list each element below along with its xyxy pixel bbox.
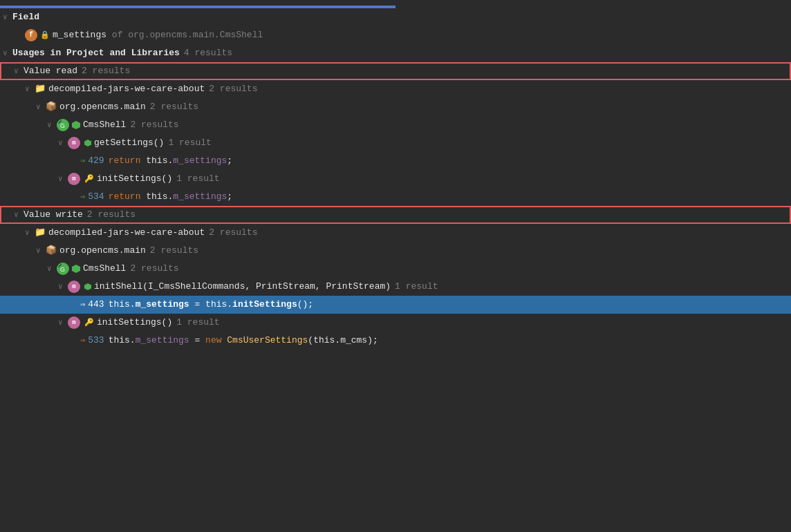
class-read-name: CmsShell [83, 117, 126, 133]
usages-count: 4 results [184, 46, 232, 61]
method-getSettings-name: getSettings() [94, 135, 164, 151]
field-chevron[interactable] [3, 10, 12, 25]
package-write-name: org.opencms.main [59, 243, 146, 258]
value-read-row[interactable]: Value read 2 results [0, 62, 791, 80]
value-write-row[interactable]: Value write 2 results [0, 206, 791, 224]
method-initSettings-write-count: 1 result [176, 315, 219, 330]
field-label: Field [12, 10, 39, 25]
value-write-count: 2 results [87, 207, 136, 222]
arrow-write-533: ⇒ [80, 333, 85, 348]
value-read-label: Value read [24, 64, 77, 79]
method-m-icon-getSettings: m [68, 137, 80, 149]
package-row-read[interactable]: 📦 org.opencms.main 2 results [0, 98, 791, 116]
folder-icon-read: 📁 [35, 82, 46, 97]
class-g-icon-write: G [57, 263, 69, 275]
code-443: this.m_settings = this.initSettings(); [109, 297, 313, 312]
package-write-chevron[interactable] [36, 243, 46, 258]
folder-write-chevron[interactable] [25, 225, 35, 240]
folder-write-count: 2 results [209, 225, 257, 240]
usages-chevron[interactable] [3, 46, 12, 61]
method-m-icon-initShell: m [68, 281, 80, 293]
method-initShell-name: initShell(I_CmsShellCommands, PrintStrea… [94, 279, 391, 294]
field-f-icon: f [25, 29, 37, 41]
svg-marker-3 [84, 140, 91, 146]
svg-marker-6 [72, 265, 80, 273]
method-m-icon-initSettings-read: m [68, 173, 80, 185]
method-shield-initShell [84, 283, 91, 290]
line-num-534: 534 [88, 189, 104, 205]
package-read-chevron[interactable] [36, 99, 46, 115]
folder-row-read[interactable]: 📁 decompiled-jars-we-care-about 2 result… [0, 80, 791, 98]
package-row-write[interactable]: 📦 org.opencms.main 2 results [0, 242, 791, 260]
class-row-read[interactable]: G CmsShell 2 results [0, 116, 791, 134]
class-write-name: CmsShell [83, 261, 126, 276]
folder-row-write[interactable]: 📁 decompiled-jars-we-care-about 2 result… [0, 224, 791, 242]
method-getSettings-chevron[interactable] [58, 135, 68, 151]
class-g-icon-read: G [57, 119, 69, 131]
folder-read-chevron[interactable] [25, 82, 35, 97]
method-m-icon-initSettings-write: m [68, 316, 80, 329]
svg-text:G: G [60, 266, 65, 273]
package-read-name: org.opencms.main [59, 99, 146, 115]
svg-marker-2 [72, 121, 80, 129]
folder-icon-write: 📁 [35, 225, 46, 240]
method-shield-getSettings [84, 140, 91, 146]
method-key-initSettings-write: 🔑 [84, 315, 94, 330]
class-shield-read [72, 121, 80, 129]
folder-read-count: 2 results [209, 82, 257, 97]
package-icon-write: 📦 [46, 243, 57, 258]
method-initSettings-read-count: 1 result [176, 171, 219, 187]
tree-container: Field f 🔒 m_settings of org.opencms.main… [0, 0, 791, 355]
field-name: m_settings [53, 28, 106, 43]
value-write-chevron[interactable] [14, 207, 24, 222]
usages-section-header[interactable]: Usages in Project and Libraries 4 result… [0, 44, 791, 62]
code-429: return this.m_settings; [109, 153, 232, 169]
class-shield-write [72, 265, 80, 273]
class-row-write[interactable]: G CmsShell 2 results [0, 260, 791, 278]
code-534: return this.m_settings; [109, 189, 232, 205]
arrow-read-534: ⇒ [80, 189, 85, 205]
arrow-read-429: ⇒ [80, 153, 85, 169]
value-read-chevron[interactable] [14, 64, 24, 79]
package-read-count: 2 results [150, 99, 198, 115]
line-num-533: 533 [88, 333, 104, 348]
method-initSettings-read-name: initSettings() [97, 171, 172, 187]
class-read-count: 2 results [130, 117, 178, 133]
method-initSettings-write-row[interactable]: m 🔑 initSettings() 1 result [0, 314, 791, 332]
method-initSettings-read-row[interactable]: m 🔑 initSettings() 1 result [0, 170, 791, 188]
method-initShell-row[interactable]: m initShell(I_CmsShellCommands, PrintStr… [0, 278, 791, 296]
arrow-write-443: ⇒ [80, 297, 85, 312]
method-initSettings-read-chevron[interactable] [58, 171, 68, 187]
package-write-count: 2 results [150, 243, 198, 258]
method-getSettings-row[interactable]: m getSettings() 1 result [0, 134, 791, 152]
field-section-header[interactable]: Field [0, 8, 791, 26]
line-429-row[interactable]: ⇒ 429 return this.m_settings; [0, 152, 791, 170]
svg-text:G: G [60, 122, 65, 129]
lock-icon: 🔒 [40, 28, 50, 43]
line-443-row[interactable]: ⇒ 443 this.m_settings = this.initSetting… [0, 296, 791, 314]
code-533: this.m_settings = new CmsUserSettings(th… [109, 333, 378, 348]
line-num-429: 429 [88, 153, 104, 169]
folder-write-name: decompiled-jars-we-care-about [48, 225, 205, 240]
package-icon-read: 📦 [46, 99, 57, 115]
class-write-count: 2 results [130, 261, 178, 276]
line-534-row[interactable]: ⇒ 534 return this.m_settings; [0, 188, 791, 206]
field-item-row[interactable]: f 🔒 m_settings of org.opencms.main.CmsSh… [0, 26, 791, 44]
method-key-initSettings-read: 🔑 [84, 171, 94, 187]
folder-read-name: decompiled-jars-we-care-about [48, 82, 205, 97]
field-qualifier: of org.opencms.main.CmsShell [106, 28, 263, 43]
usages-label: Usages in Project and Libraries [12, 46, 180, 61]
line-num-443: 443 [88, 297, 104, 312]
class-write-chevron[interactable] [47, 261, 57, 276]
method-initSettings-write-name: initSettings() [97, 315, 172, 330]
method-initSettings-write-chevron[interactable] [58, 315, 68, 330]
svg-marker-7 [84, 283, 91, 290]
method-initShell-count: 1 result [395, 279, 438, 294]
value-write-label: Value write [24, 207, 83, 222]
class-read-chevron[interactable] [47, 117, 57, 133]
method-initShell-chevron[interactable] [58, 279, 68, 294]
method-getSettings-count: 1 result [168, 135, 211, 151]
line-533-row[interactable]: ⇒ 533 this.m_settings = new CmsUserSetti… [0, 332, 791, 350]
value-read-count: 2 results [82, 64, 130, 79]
